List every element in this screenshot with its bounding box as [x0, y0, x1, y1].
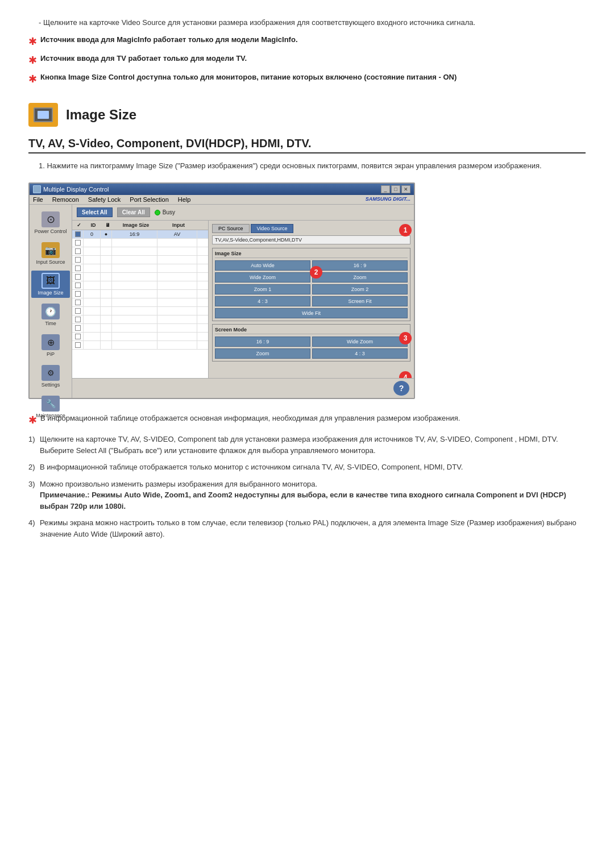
table-row[interactable] [72, 341, 208, 350]
bullet-item-1: ✱ Источник ввода для MagicInfo работает … [28, 34, 586, 49]
menu-bar-left: File Remocon Safety Lock Port Selection … [33, 196, 190, 203]
table-row[interactable] [72, 247, 208, 256]
sidebar-item-image-size[interactable]: 🖼 Image Size [31, 271, 70, 298]
bullet-text-3: Кнопка Image Size Control доступна тольк… [40, 72, 457, 83]
sidebar-item-time[interactable]: 🕐 Time [31, 301, 70, 329]
table-row[interactable] [72, 324, 208, 333]
bullet-text-2: Источник ввода для TV работает только дл… [40, 53, 247, 64]
screen-mode-wide-zoom-button[interactable]: Wide Zoom [312, 337, 408, 347]
table-area: ✓ ID 🖥 Image Size Input 0 ● 16:9 AV [72, 221, 209, 378]
screen-mode-4-3-button[interactable]: 4 : 3 [312, 348, 408, 359]
ann-item-2-text: В информационной таблице отображается то… [40, 462, 586, 473]
title-bar-left: Multiple Display Control [33, 185, 109, 193]
select-all-button[interactable]: Select All [77, 207, 113, 217]
screen-mode-panel: Screen Mode 16 : 9 Wide Zoom Zoom 4 : 3 [212, 324, 410, 362]
screen-mode-title: Screen Mode [215, 327, 408, 334]
menu-safety-lock[interactable]: Safety Lock [88, 196, 121, 203]
right-panel: 1 PC Source Video Source TV,AV,S-Video,C… [209, 221, 414, 378]
table-row[interactable] [72, 273, 208, 281]
star-icon-3: ✱ [28, 72, 37, 87]
ann-item-4: 4) Режимы экрана можно настроить только … [28, 517, 586, 539]
col-id: ID [85, 222, 102, 229]
image-size-panel: Image Size Auto Wide 16 : 9 Wide Zoom Zo… [212, 248, 410, 321]
ratio-4-3-button[interactable]: 4 : 3 [215, 296, 310, 306]
wide-zoom-button[interactable]: Wide Zoom [215, 272, 310, 283]
time-icon: 🕐 [42, 304, 60, 319]
time-label: Time [45, 321, 56, 326]
sidebar: ⊙ Power Control 📷 Input Source 🖼 Image S… [30, 205, 72, 398]
intro-line1: - Щелкните на карточке Video Source для … [39, 17, 586, 28]
ratio-16-9-button[interactable]: 16 : 9 [312, 260, 408, 271]
row-checkbox[interactable] [72, 230, 84, 238]
row-input: AV [157, 230, 197, 238]
star-icon-2: ✱ [28, 53, 37, 68]
sidebar-item-power-control[interactable]: ⊙ Power Control [31, 209, 70, 236]
tab-pc-source[interactable]: PC Source [212, 224, 250, 233]
table-row[interactable] [72, 315, 208, 324]
col-input: Input [159, 222, 198, 229]
screen-mode-16-9-button[interactable]: 16 : 9 [215, 337, 310, 347]
bottom-bar: ? [72, 378, 414, 398]
table-row[interactable] [72, 290, 208, 298]
menu-remocon[interactable]: Remocon [52, 196, 79, 203]
main-area: Select All Clear All Busy ✓ ID 🖥 Image S… [72, 205, 414, 398]
ann-item-1-text: Щелкните на карточке TV, AV, S-VIDEO, Co… [40, 434, 586, 456]
close-button[interactable]: ✕ [401, 185, 410, 193]
row-size: 16:9 [112, 230, 157, 238]
table-row[interactable] [72, 264, 208, 273]
help-button[interactable]: ? [393, 381, 409, 396]
image-size-panel-title: Image Size [215, 251, 408, 258]
sidebar-item-settings[interactable]: ⚙ Settings [31, 363, 70, 390]
bullet-text-1: Источник ввода для MagicInfo работает то… [40, 34, 298, 45]
ann-item-3: 3) Можно произвольно изменить размеры из… [28, 479, 586, 512]
menu-file[interactable]: File [33, 196, 43, 203]
zoom2-button[interactable]: Zoom 2 [312, 284, 408, 294]
sidebar-item-pip[interactable]: ⊕ PiP [31, 332, 70, 359]
input-source-label: Input Source [36, 259, 65, 265]
table-row[interactable] [72, 298, 208, 307]
wide-fit-button[interactable]: Wide Fit [215, 308, 408, 318]
tab-video-source[interactable]: Video Source [251, 224, 294, 233]
toolbar: Select All Clear All Busy [72, 205, 414, 221]
table-row[interactable]: 0 ● 16:9 AV [72, 230, 208, 239]
image-size-icon: 🖼 [42, 273, 60, 289]
screen-mode-zoom-button[interactable]: Zoom [215, 348, 310, 359]
pip-icon: ⊕ [42, 334, 60, 350]
busy-indicator: Busy [155, 209, 175, 215]
section-header: Image Size [28, 103, 586, 127]
table-row[interactable] [72, 307, 208, 315]
restore-button[interactable]: □ [391, 185, 400, 193]
settings-icon: ⚙ [42, 365, 60, 381]
zoom1-button[interactable]: Zoom 1 [215, 284, 310, 294]
menu-port-selection[interactable]: Port Selection [130, 196, 168, 203]
zoom-button[interactable]: Zoom [312, 272, 408, 283]
menu-bar: File Remocon Safety Lock Port Selection … [30, 195, 414, 205]
minimize-button[interactable]: _ [381, 185, 390, 193]
table-row[interactable] [72, 256, 208, 264]
ann-item-2: 2) В информационной таблице отображается… [28, 462, 586, 473]
sidebar-item-input-source[interactable]: 📷 Input Source [31, 240, 70, 267]
ann-item-3-text: Можно произвольно изменить размеры изобр… [40, 479, 586, 512]
clear-all-button[interactable]: Clear All [117, 207, 150, 217]
busy-label: Busy [163, 209, 175, 215]
busy-dot [155, 210, 160, 215]
ann-item-1: 1) Щелкните на карточке TV, AV, S-VIDEO,… [28, 434, 586, 456]
auto-wide-button[interactable]: Auto Wide [215, 260, 310, 271]
table-row[interactable] [72, 239, 208, 247]
content-area: ✓ ID 🖥 Image Size Input 0 ● 16:9 AV [72, 221, 414, 378]
numbered-intro: 1. Нажмите на пиктограмму Image Size ("Р… [39, 160, 586, 172]
source-tabs: PC Source Video Source [212, 224, 410, 233]
app-window: Multiple Display Control _ □ ✕ File Remo… [28, 182, 415, 399]
row-icon: ● [101, 230, 112, 238]
power-control-icon: ⊙ [42, 211, 60, 227]
title-bar-controls[interactable]: _ □ ✕ [381, 185, 410, 193]
input-source-icon: 📷 [42, 242, 60, 258]
power-control-label: Power Control [34, 229, 67, 234]
section-icon [28, 103, 58, 127]
menu-help[interactable]: Help [178, 196, 191, 203]
screen-fit-button[interactable]: Screen Fit [312, 296, 408, 306]
table-row[interactable] [72, 281, 208, 290]
badge-3: 3 [399, 332, 412, 344]
col-image-size: Image Size [113, 222, 159, 229]
table-row[interactable] [72, 333, 208, 341]
